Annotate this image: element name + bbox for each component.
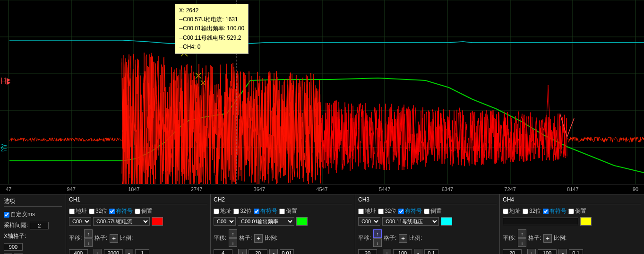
ch4-pan-up-button[interactable]: ↑ (518, 229, 526, 238)
x-grid-label: X轴格子: (4, 232, 26, 240)
ch1-coo-select[interactable]: C00 (69, 217, 91, 226)
ch2-pan-up-button[interactable]: ↑ (229, 229, 237, 238)
ch4-color-block[interactable] (580, 217, 592, 226)
ch4-bit32-label[interactable]: 32位 (523, 207, 541, 215)
ch3-addr-label[interactable]: 地址 (358, 207, 376, 215)
ch2-signal-label[interactable]: 有符号 (254, 207, 277, 215)
ch1-grid-input[interactable] (104, 249, 123, 254)
ch3-grid-plus-button[interactable]: + (399, 234, 407, 243)
ch3-pan-up-button[interactable]: ↑ (373, 229, 382, 238)
ch4-addr-checkbox[interactable] (503, 209, 508, 214)
ch2-bit32-label[interactable]: 32位 (233, 207, 252, 215)
ch3-param-select[interactable]: C00.11母线电压 (382, 217, 439, 226)
ch2-invert-checkbox[interactable] (279, 209, 285, 214)
ch1-grid-minus-button[interactable]: - (125, 249, 133, 254)
ch4-ratio-input[interactable] (569, 249, 583, 254)
ch3-addr-checkbox[interactable] (358, 209, 364, 214)
ch2-addr-checkbox[interactable] (214, 209, 219, 214)
ch3-pan-label: 平移: (358, 234, 371, 242)
ch1-invert-label[interactable]: 倒置 (135, 207, 153, 215)
ch4-grid-input[interactable] (538, 249, 557, 254)
ch4-signal-label[interactable]: 有符号 (543, 207, 567, 215)
ch2-ratio-input[interactable] (280, 249, 294, 254)
ch3-coo-select[interactable]: C00 (358, 217, 380, 226)
x-tick: 47 (6, 186, 11, 192)
ch4-grid-plus-button[interactable]: + (543, 234, 552, 243)
ch1-bit32-label[interactable]: 32位 (89, 207, 107, 215)
ch3-pan-input[interactable] (358, 249, 377, 254)
left-options-panel: 选项 自定义ms 采样间隔: X轴格子: - + (0, 194, 66, 254)
ch2-bit32-checkbox[interactable] (233, 209, 239, 214)
ch4-bit32-checkbox[interactable] (523, 209, 528, 214)
ch4-signal-checkbox[interactable] (543, 209, 549, 214)
x-tick: 90 (633, 186, 638, 192)
ch2-grid-down-button[interactable]: ↓ (238, 249, 247, 254)
ch2-coo-select[interactable]: C00 (214, 217, 236, 226)
ch3-grid-down-button[interactable]: ↓ (383, 249, 391, 254)
chart-canvas (0, 0, 644, 184)
ch2-title: CH2 (214, 196, 352, 204)
ch1-bit32-checkbox[interactable] (89, 209, 94, 214)
ch2-signal-checkbox[interactable] (254, 209, 259, 214)
ch3-color-block[interactable] (441, 217, 452, 226)
ch4-grid-minus-button[interactable]: - (558, 249, 567, 254)
ch3-invert-checkbox[interactable] (424, 209, 429, 214)
ch4-title: CH4 (503, 196, 641, 204)
ch1-pan-down-button[interactable]: ↓ (84, 238, 93, 247)
ch2-grid-plus-button[interactable]: + (254, 234, 263, 243)
x-grid-input[interactable] (4, 243, 23, 251)
ch2-pan-down-button[interactable]: ↓ (229, 238, 237, 247)
ch1-ratio-label: 比例: (120, 234, 133, 242)
ch3-pan-buttons: ↑ ↓ (373, 229, 382, 247)
sample-interval-label: 采样间隔: (4, 221, 28, 229)
custom-ms-checkbox[interactable] (4, 212, 9, 218)
ch4-grid-down-button[interactable]: ↓ (527, 249, 536, 254)
ch1-pan-up-button[interactable]: ↑ (84, 229, 93, 238)
ch3-grid-input[interactable] (393, 249, 412, 254)
ch2-pan-input[interactable] (214, 249, 232, 254)
ch1-addr-label[interactable]: 地址 (69, 207, 87, 215)
ch3-bit32-label[interactable]: 32位 (378, 207, 396, 215)
ch1-param-select[interactable]: C00.57U相电流 (93, 217, 150, 226)
ch2-pan-label: 平移: (214, 234, 227, 242)
custom-ms-label[interactable]: 自定义ms (4, 210, 35, 219)
ch2-panel: CH2 地址 32位 有符号 倒置 C00 C0 (211, 194, 355, 254)
ch4-invert-label[interactable]: 倒置 (568, 207, 586, 215)
ch1-invert-checkbox[interactable] (135, 209, 140, 214)
ch4-invert-checkbox[interactable] (568, 209, 574, 214)
ch4-pan-down-button[interactable]: ↓ (518, 238, 526, 247)
ch4-addr-label[interactable]: 地址 (503, 207, 521, 215)
ch1-pan-input[interactable] (69, 249, 88, 254)
ch2-param-select[interactable]: C00.01输出频率 (238, 217, 294, 226)
ch3-signal-label[interactable]: 有符号 (398, 207, 422, 215)
controls-panel: 选项 自定义ms 采样间隔: X轴格子: - + CH1 地址 (0, 194, 644, 254)
ch1-grid-label: 格子: (94, 234, 108, 242)
ch1-signal-label[interactable]: 有符号 (109, 207, 133, 215)
x-tick: 1847 (128, 186, 139, 192)
sample-interval-input[interactable] (30, 222, 49, 229)
ch1-grid-plus-button[interactable]: + (110, 234, 118, 243)
ch3-grid-minus-button[interactable]: - (414, 249, 422, 254)
ch1-signal-checkbox[interactable] (109, 209, 115, 214)
ch2-grid-input[interactable] (249, 249, 267, 254)
ch4-empty-input[interactable] (503, 218, 578, 225)
ch1-pan-label: 平移: (69, 234, 82, 242)
ch3-pan-down-button[interactable]: ↓ (373, 238, 382, 247)
ch3-title: CH3 (358, 196, 497, 204)
ch1-grid-down-button[interactable]: ↓ (94, 249, 102, 254)
ch3-panel: CH3 地址 32位 有符号 倒置 C00 C0 (355, 194, 500, 254)
ch1-ratio-input[interactable] (135, 249, 149, 254)
ch2-grid-minus-button[interactable]: - (269, 249, 278, 254)
ch3-signal-checkbox[interactable] (398, 209, 404, 214)
x-axis: 479471847274736474547544763477247814790 (0, 184, 644, 194)
ch2-addr-label[interactable]: 地址 (214, 207, 232, 215)
ch4-pan-input[interactable] (503, 249, 522, 254)
ch2-invert-label[interactable]: 倒置 (279, 207, 297, 215)
ch1-addr-checkbox[interactable] (69, 209, 75, 214)
ch3-bit32-checkbox[interactable] (378, 209, 384, 214)
ch2-pan-buttons: ↑ ↓ (229, 229, 237, 247)
ch1-color-block[interactable] (152, 217, 163, 226)
ch3-invert-label[interactable]: 倒置 (424, 207, 442, 215)
ch2-color-block[interactable] (296, 217, 308, 226)
ch3-ratio-input[interactable] (424, 249, 438, 254)
